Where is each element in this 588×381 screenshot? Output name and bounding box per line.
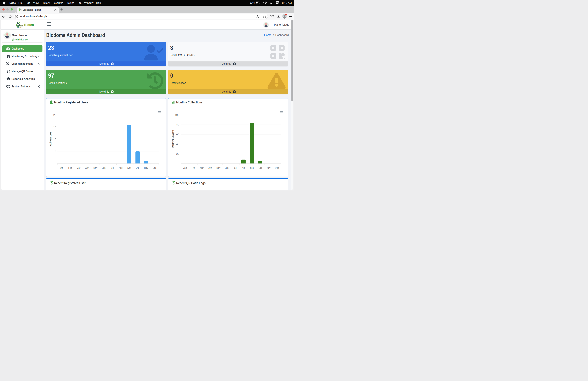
svg-text:80: 80 [176,123,179,126]
svg-text:Jan: Jan [183,166,187,169]
svg-text:10: 10 [53,138,56,141]
svg-text:Jul: Jul [111,166,114,169]
svg-text:ENERGY: ENERGY [17,26,22,28]
svg-text:40: 40 [176,142,179,145]
svg-text:Sep: Sep [127,166,131,169]
svg-text:May: May [93,166,97,169]
svg-text:Aug: Aug [242,166,245,169]
svg-text:Mar: Mar [200,166,204,169]
svg-text:Registered User: Registered User [49,132,52,146]
svg-text:Apr: Apr [85,166,89,169]
svg-text:Dec: Dec [275,166,279,169]
svg-text:15: 15 [53,126,56,129]
svg-text:Feb: Feb [68,166,72,169]
svg-text:Nov: Nov [144,166,148,169]
svg-text:Jul: Jul [234,166,237,169]
svg-text:Oct: Oct [259,166,262,169]
svg-text:Mar: Mar [77,166,81,169]
svg-text:5: 5 [55,150,56,153]
svg-text:Monthly Collections: Monthly Collections [172,130,174,147]
svg-text:0: 0 [55,162,56,165]
svg-text:Oct: Oct [136,166,139,169]
svg-text:BIOTEN: BIOTEN [16,25,23,26]
svg-text:Nov: Nov [267,166,271,169]
svg-text:60: 60 [176,133,179,136]
svg-text:0: 0 [178,162,179,165]
svg-text:Aug: Aug [119,166,123,169]
svg-text:Sep: Sep [250,166,253,169]
svg-text:Dec: Dec [153,166,156,169]
svg-text:Jan: Jan [60,166,63,169]
svg-text:BIOTEN: BIOTEN [19,10,22,10]
svg-text:Jun: Jun [225,166,229,169]
svg-text:May: May [216,166,220,169]
svg-text:100: 100 [175,113,179,116]
svg-text:Apr: Apr [208,166,212,169]
svg-text:20: 20 [176,152,179,155]
svg-text:20: 20 [53,113,56,116]
svg-text:Feb: Feb [192,166,195,169]
svg-text:Jun: Jun [102,166,105,169]
